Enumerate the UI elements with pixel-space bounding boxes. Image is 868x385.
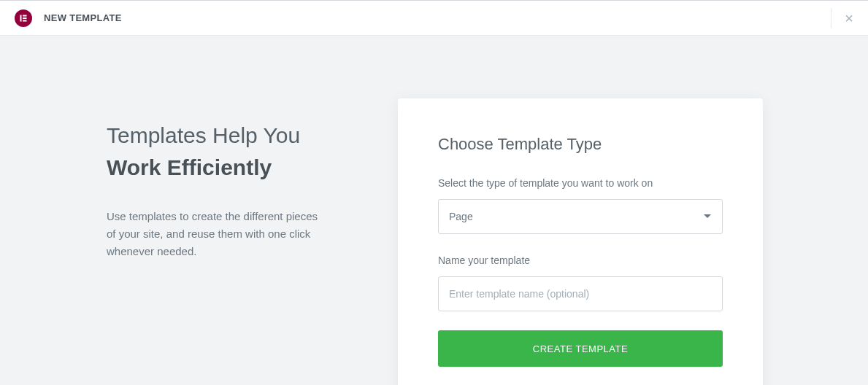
template-name-label: Name your template bbox=[438, 254, 723, 266]
elementor-logo-icon bbox=[15, 9, 32, 27]
form-card: Choose Template Type Select the type of … bbox=[398, 98, 763, 385]
template-name-input[interactable] bbox=[438, 276, 723, 311]
form-title: Choose Template Type bbox=[438, 135, 723, 154]
svg-rect-0 bbox=[20, 15, 22, 21]
template-type-select[interactable]: Page bbox=[438, 199, 723, 234]
template-type-label: Select the type of template you want to … bbox=[438, 177, 723, 189]
create-template-button[interactable]: CREATE TEMPLATE bbox=[438, 330, 723, 367]
svg-rect-3 bbox=[23, 20, 27, 21]
svg-rect-2 bbox=[23, 18, 27, 19]
headline-line2: Work Efficiently bbox=[107, 152, 354, 184]
dialog-header: NEW TEMPLATE × bbox=[0, 1, 868, 36]
template-type-select-wrap: Page bbox=[438, 199, 723, 234]
close-icon: × bbox=[845, 11, 853, 26]
intro-description: Use templates to create the different pi… bbox=[107, 208, 326, 260]
svg-rect-1 bbox=[23, 15, 27, 16]
intro-column: Templates Help You Work Efficiently Use … bbox=[0, 100, 398, 260]
close-button[interactable]: × bbox=[831, 8, 853, 28]
dialog-title: NEW TEMPLATE bbox=[44, 12, 122, 23]
dialog-body: Templates Help You Work Efficiently Use … bbox=[0, 36, 868, 385]
headline-line1: Templates Help You bbox=[107, 120, 354, 152]
